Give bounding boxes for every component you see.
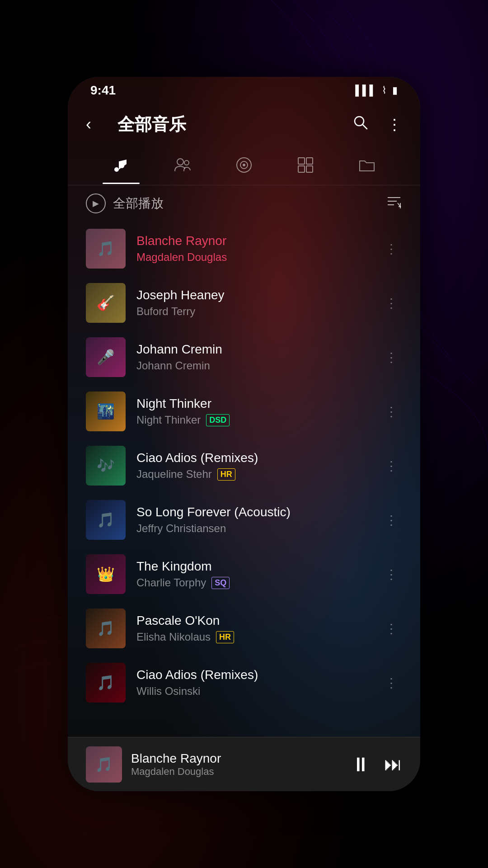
now-playing-title: Blanche Raynor bbox=[131, 751, 342, 766]
song-more-button[interactable]: ⋮ bbox=[380, 345, 402, 369]
song-more-button[interactable]: ⋮ bbox=[380, 400, 402, 424]
song-artwork: 🎶 bbox=[86, 446, 126, 486]
list-item[interactable]: 🎸 Joseph Heaney Buford Terry ⋮ bbox=[68, 276, 420, 330]
svg-line-1 bbox=[363, 125, 367, 129]
header: ‹ 全部音乐 ⋮ bbox=[68, 104, 420, 145]
svg-rect-9 bbox=[298, 166, 305, 172]
quality-badge: HR bbox=[217, 468, 235, 481]
status-icons: ▌▌▌ ⌇ ▮ bbox=[355, 85, 398, 96]
song-more-button[interactable]: ⋮ bbox=[380, 508, 402, 532]
now-playing-info: Blanche Raynor Magdalen Douglas bbox=[131, 751, 342, 778]
song-info: Ciao Adios (Remixes) Willis Osinski bbox=[136, 668, 380, 698]
song-artist: Jaqueline Stehr bbox=[136, 468, 212, 481]
song-title: Night Thinker bbox=[136, 396, 380, 411]
signal-icon: ▌▌▌ bbox=[355, 85, 376, 96]
song-artist: Night Thinker bbox=[136, 414, 201, 426]
song-artwork: 🎵 bbox=[86, 229, 126, 269]
search-button[interactable] bbox=[352, 114, 369, 134]
now-playing-artist: Magdalen Douglas bbox=[131, 766, 342, 778]
song-info: Blanche Raynor Magdalen Douglas bbox=[136, 234, 380, 264]
song-artwork: 🎸 bbox=[86, 283, 126, 323]
song-info: The Kingdom Charlie Torphy SQ bbox=[136, 559, 380, 589]
wifi-icon: ⌇ bbox=[382, 85, 387, 96]
song-title: Joseph Heaney bbox=[136, 288, 380, 302]
phone-frame: 9:41 ▌▌▌ ⌇ ▮ ‹ 全部音乐 ⋮ bbox=[68, 77, 420, 791]
quality-badge: DSD bbox=[206, 414, 230, 426]
list-item[interactable]: 👑 The Kingdom Charlie Torphy SQ ⋮ bbox=[68, 547, 420, 601]
more-menu-button[interactable]: ⋮ bbox=[387, 115, 402, 133]
pause-button[interactable]: ⏸ bbox=[351, 753, 371, 776]
status-time: 9:41 bbox=[90, 83, 116, 98]
song-more-button[interactable]: ⋮ bbox=[380, 237, 402, 261]
song-meta: Night Thinker DSD bbox=[136, 414, 380, 426]
page-title: 全部音乐 bbox=[117, 113, 343, 136]
back-button[interactable]: ‹ bbox=[86, 115, 108, 134]
song-title: The Kingdom bbox=[136, 559, 380, 574]
song-info: Night Thinker Night Thinker DSD bbox=[136, 396, 380, 426]
song-list: 🎵 Blanche Raynor Magdalen Douglas ⋮ 🎸 Jo… bbox=[68, 222, 420, 737]
song-info: So Long Forever (Acoustic) Jeffry Christ… bbox=[136, 505, 380, 535]
now-playing-bar[interactable]: 🎵 Blanche Raynor Magdalen Douglas ⏸ ⏭ bbox=[68, 737, 420, 791]
song-meta: Charlie Torphy SQ bbox=[136, 576, 380, 589]
tab-songs[interactable] bbox=[90, 147, 152, 183]
now-playing-artwork: 🎵 bbox=[86, 746, 122, 783]
song-artwork: 👑 bbox=[86, 554, 126, 594]
svg-point-6 bbox=[243, 164, 245, 166]
svg-point-3 bbox=[184, 160, 189, 165]
list-item[interactable]: 🎵 Pascale O'Kon Elisha Nikolaus HR ⋮ bbox=[68, 601, 420, 656]
tab-albums[interactable] bbox=[213, 147, 275, 183]
song-meta: Willis Osinski bbox=[136, 685, 380, 698]
next-button[interactable]: ⏭ bbox=[384, 754, 402, 774]
song-meta: Elisha Nikolaus HR bbox=[136, 631, 380, 643]
song-meta: Magdalen Douglas bbox=[136, 251, 380, 264]
song-title: Blanche Raynor bbox=[136, 234, 380, 248]
quality-badge: HR bbox=[216, 631, 234, 643]
play-all-icon: ▶ bbox=[86, 193, 106, 213]
tab-folders[interactable] bbox=[336, 147, 398, 183]
song-info: Johann Cremin Johann Cremin bbox=[136, 342, 380, 372]
song-artwork: 🎤 bbox=[86, 337, 126, 377]
song-more-button[interactable]: ⋮ bbox=[380, 291, 402, 315]
song-more-button[interactable]: ⋮ bbox=[380, 617, 402, 641]
song-title: Johann Cremin bbox=[136, 342, 380, 357]
status-bar: 9:41 ▌▌▌ ⌇ ▮ bbox=[68, 77, 420, 104]
tab-playlists[interactable] bbox=[275, 147, 336, 183]
song-info: Joseph Heaney Buford Terry bbox=[136, 288, 380, 318]
song-title: Pascale O'Kon bbox=[136, 613, 380, 628]
song-artist: Jeffry Christiansen bbox=[136, 522, 226, 535]
song-artist: Buford Terry bbox=[136, 305, 195, 318]
list-item[interactable]: 🎵 Ciao Adios (Remixes) Willis Osinski ⋮ bbox=[68, 656, 420, 710]
list-item[interactable]: 🎵 Blanche Raynor Magdalen Douglas ⋮ bbox=[68, 222, 420, 276]
song-title: Ciao Adios (Remixes) bbox=[136, 668, 380, 682]
song-artist: Magdalen Douglas bbox=[136, 251, 227, 264]
battery-icon: ▮ bbox=[392, 85, 398, 96]
song-title: So Long Forever (Acoustic) bbox=[136, 505, 380, 519]
svg-rect-7 bbox=[298, 158, 305, 164]
song-info: Pascale O'Kon Elisha Nikolaus HR bbox=[136, 613, 380, 643]
quality-badge: SQ bbox=[211, 577, 230, 589]
svg-point-2 bbox=[177, 159, 183, 165]
sort-button[interactable] bbox=[386, 194, 402, 213]
svg-rect-10 bbox=[306, 166, 313, 172]
svg-point-0 bbox=[355, 117, 364, 126]
play-all-row[interactable]: ▶ 全部播放 bbox=[68, 185, 420, 222]
song-artwork: 🌃 bbox=[86, 392, 126, 431]
song-more-button[interactable]: ⋮ bbox=[380, 454, 402, 478]
song-meta: Jaqueline Stehr HR bbox=[136, 468, 380, 481]
svg-rect-8 bbox=[306, 158, 313, 164]
song-more-button[interactable]: ⋮ bbox=[380, 562, 402, 586]
song-more-button[interactable]: ⋮ bbox=[380, 671, 402, 695]
tab-artists[interactable] bbox=[152, 147, 213, 183]
song-artist: Johann Cremin bbox=[136, 359, 210, 372]
song-artwork: 🎵 bbox=[86, 609, 126, 648]
list-item[interactable]: 🎵 So Long Forever (Acoustic) Jeffry Chri… bbox=[68, 493, 420, 547]
list-item[interactable]: 🎶 Ciao Adios (Remixes) Jaqueline Stehr H… bbox=[68, 439, 420, 493]
song-meta: Jeffry Christiansen bbox=[136, 522, 380, 535]
song-info: Ciao Adios (Remixes) Jaqueline Stehr HR bbox=[136, 451, 380, 481]
list-item[interactable]: 🎤 Johann Cremin Johann Cremin ⋮ bbox=[68, 330, 420, 384]
list-item[interactable]: 🌃 Night Thinker Night Thinker DSD ⋮ bbox=[68, 384, 420, 439]
song-title: Ciao Adios (Remixes) bbox=[136, 451, 380, 465]
tab-bar bbox=[68, 145, 420, 185]
song-artwork: 🎵 bbox=[86, 500, 126, 540]
song-artist: Elisha Nikolaus bbox=[136, 631, 211, 643]
